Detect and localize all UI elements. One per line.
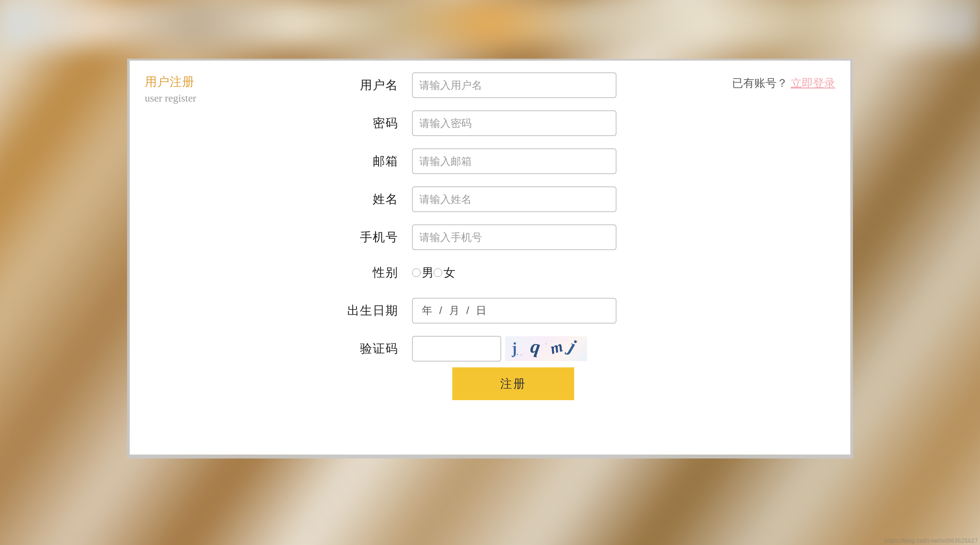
login-hint: 已有账号？ 立即登录 — [732, 76, 835, 91]
label-captcha: 验证码 — [333, 341, 398, 357]
label-phone: 手机号 — [333, 229, 398, 245]
label-realname: 姓名 — [333, 191, 398, 207]
label-password: 密码 — [333, 115, 398, 131]
input-realname[interactable] — [412, 186, 616, 212]
row-username: 用户名 — [333, 72, 616, 98]
captcha-image[interactable]: j q m j — [505, 336, 587, 361]
side-title-en: user register — [145, 92, 196, 104]
radio-gender-female[interactable] — [434, 268, 442, 277]
row-realname: 姓名 — [333, 186, 616, 212]
background-top-strip — [0, 0, 980, 46]
side-title: 用户注册 user register — [145, 74, 196, 104]
side-title-zh: 用户注册 — [145, 74, 196, 90]
row-captcha: 验证码 j q m j — [333, 336, 587, 362]
label-username: 用户名 — [333, 77, 398, 93]
input-email[interactable] — [412, 148, 616, 174]
watermark: https://blog.csdn.net/xd963625627 — [885, 537, 978, 544]
radio-gender-male[interactable] — [412, 268, 420, 277]
input-username[interactable] — [412, 72, 616, 98]
label-email: 邮箱 — [333, 153, 398, 169]
input-captcha[interactable] — [412, 336, 501, 362]
row-birthday: 出生日期 年 / 月 / 日 — [333, 298, 616, 323]
row-email: 邮箱 — [333, 148, 616, 174]
login-hint-prefix: 已有账号？ — [732, 76, 788, 89]
row-gender: 性别 男 女 — [333, 265, 455, 281]
input-password[interactable] — [412, 110, 616, 136]
input-birthday[interactable]: 年 / 月 / 日 — [412, 298, 616, 323]
input-phone[interactable] — [412, 225, 616, 250]
radio-gender-female-label: 女 — [444, 265, 455, 281]
register-card: 用户注册 user register 已有账号？ 立即登录 用户名 密码 邮箱 … — [130, 61, 850, 454]
label-birthday: 出生日期 — [333, 303, 398, 319]
row-phone: 手机号 — [333, 225, 616, 250]
row-password: 密码 — [333, 110, 616, 136]
submit-button[interactable]: 注册 — [452, 367, 574, 400]
radio-gender-male-label: 男 — [422, 265, 434, 281]
label-gender: 性别 — [333, 265, 398, 281]
login-link[interactable]: 立即登录 — [791, 76, 835, 89]
